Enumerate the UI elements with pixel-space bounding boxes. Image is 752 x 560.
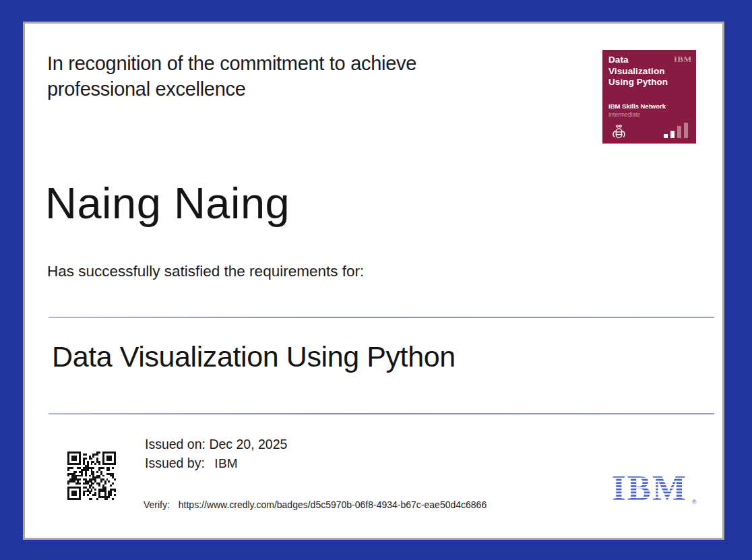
registered-mark: ® bbox=[692, 499, 697, 505]
badge-title: Data Visualization Using Python bbox=[608, 55, 676, 88]
bee-icon bbox=[611, 124, 627, 140]
footer-brand-text: IBM bbox=[612, 471, 687, 507]
qr-code bbox=[67, 452, 116, 500]
level-bar bbox=[677, 126, 681, 138]
issued-on-line: Issued on: Dec 20, 2025 bbox=[145, 435, 287, 454]
badge-brand-text: IBM bbox=[674, 55, 691, 63]
issue-details: Issued on: Dec 20, 2025 Issued by: IBM bbox=[145, 435, 287, 473]
certificate: In recognition of the commitment to achi… bbox=[23, 22, 724, 540]
issued-on-value: Dec 20, 2025 bbox=[209, 437, 287, 452]
issued-by-label: Issued by: bbox=[145, 456, 205, 470]
issued-by-value: IBM bbox=[214, 456, 238, 470]
badge-issuer: IBM Skills Network bbox=[608, 102, 666, 110]
level-bar bbox=[670, 131, 675, 138]
verify-url[interactable]: https://www.credly.com/badges/d5c5970b-0… bbox=[179, 499, 487, 510]
statement-text: Has successfully satisfied the requireme… bbox=[47, 263, 364, 280]
divider-top bbox=[49, 317, 714, 318]
ibm-logo-footer-icon: IBM ® bbox=[612, 471, 699, 507]
divider-bottom bbox=[49, 413, 714, 414]
issued-on-label: Issued on: bbox=[145, 437, 206, 452]
badge-level-label: Intermediate bbox=[608, 111, 640, 118]
level-bars-icon bbox=[663, 122, 690, 139]
verify-label: Verify: bbox=[144, 499, 170, 510]
ibm-logo-badge-icon: IBM bbox=[674, 55, 691, 63]
level-bar bbox=[664, 134, 668, 138]
recipient-name: Naing Naing bbox=[45, 177, 290, 230]
issued-by-line: Issued by: IBM bbox=[145, 454, 287, 473]
verify-line: Verify: https://www.credly.com/badges/d5… bbox=[144, 499, 487, 510]
level-bar bbox=[684, 123, 688, 138]
recognition-text: In recognition of the commitment to achi… bbox=[47, 51, 512, 102]
course-badge: Data Visualization Using Python IBM IBM … bbox=[602, 50, 696, 144]
course-title: Data Visualization Using Python bbox=[52, 339, 456, 375]
